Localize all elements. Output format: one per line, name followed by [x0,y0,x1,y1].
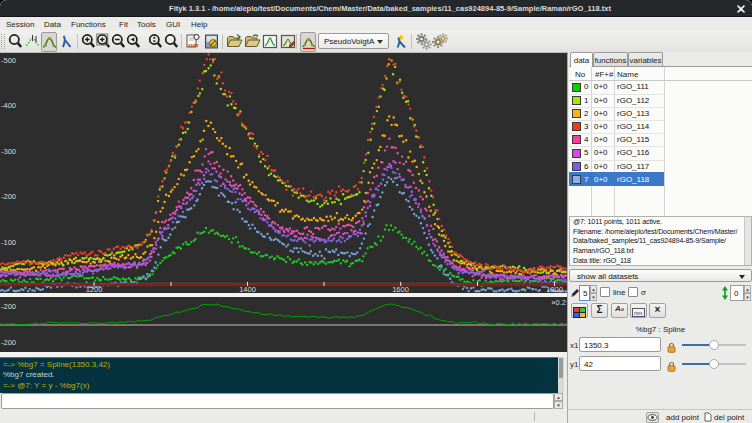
svg-text:1600: 1600 [392,285,409,293]
svg-text:1200: 1200 [86,285,103,293]
svg-text:-200: -200 [1,192,16,201]
svg-text:-200: -200 [1,338,16,347]
svg-text:nm: nm [634,310,642,316]
svg-text:1800: 1800 [546,285,563,293]
svg-text:-100: -100 [1,238,16,247]
svg-text:-300: -300 [1,147,16,156]
svg-text:×0.2: ×0.2 [551,298,566,307]
svg-text:-500: -500 [1,56,16,65]
svg-text:sum: sum [188,42,199,48]
svg-text:-200: -200 [1,302,16,311]
svg-text:1400: 1400 [239,285,256,293]
svg-text:-400: -400 [1,101,16,110]
